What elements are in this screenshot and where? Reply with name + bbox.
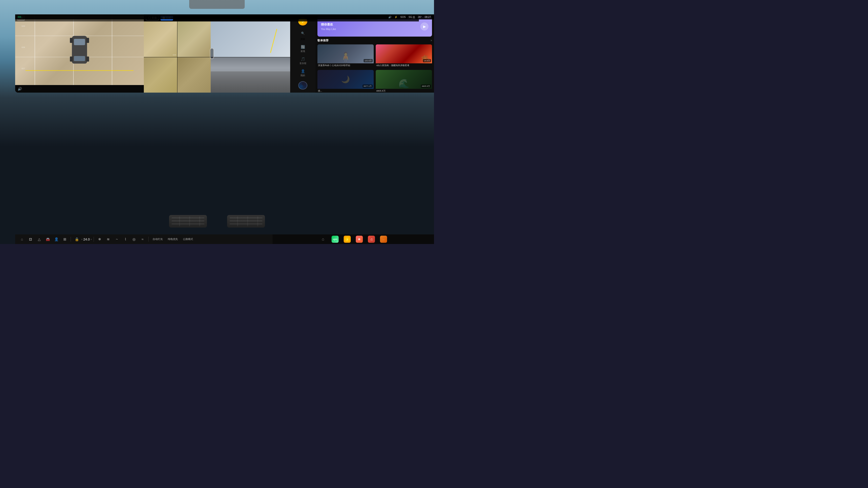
- my-nav-item[interactable]: 👤 我的: [301, 69, 305, 77]
- playlist-card-1-img: 🧍 121.6万: [317, 44, 374, 63]
- birds-eye-view: 029 028 027: [15, 14, 144, 85]
- birds-eye-background: 029 028 027: [15, 14, 144, 85]
- time-display: 08:27: [425, 16, 431, 19]
- navigation-button[interactable]: △: [35, 236, 43, 243]
- playlist-title-4: 4805.9万: [376, 89, 432, 93]
- seat-heat-button[interactable]: ≋: [104, 236, 112, 243]
- volume-button[interactable]: 🔊: [18, 87, 22, 91]
- temperature-display: 26°: [418, 16, 422, 19]
- camera-cell-top-right: [177, 22, 211, 57]
- parking-label-3: 027: [22, 67, 25, 70]
- discover-nav-item[interactable]: 🔄 发现: [301, 45, 305, 53]
- iqiyi-label: iQIYI: [333, 239, 337, 240]
- music-hall-label: 音乐馆: [300, 62, 306, 65]
- music-disc[interactable]: [298, 81, 307, 90]
- app-netease2-button[interactable]: ♫: [368, 236, 375, 243]
- playlist-more-button[interactable]: >: [431, 39, 432, 42]
- playlist-count-2: 14.6万: [423, 59, 431, 62]
- camera-button[interactable]: ⊡: [27, 236, 34, 243]
- playlist-card-2-img: 🌴 14.6万: [376, 44, 432, 63]
- rear-defrost-button[interactable]: ~: [113, 236, 121, 243]
- temp-decrease-button[interactable]: ‹: [82, 238, 82, 241]
- panel-drag-handle[interactable]: [210, 47, 215, 60]
- user-button[interactable]: 👤: [53, 236, 60, 243]
- dashboard-vents: [169, 211, 265, 232]
- road-mode-button[interactable]: 公路模式: [181, 237, 195, 242]
- four-camera-grid: 029: [144, 22, 211, 93]
- network-label: 5G: [409, 16, 412, 19]
- parking-label-2: 028: [22, 46, 25, 49]
- playlist-card-4[interactable]: 🌊 4805.9万 4805.9万: [376, 70, 432, 93]
- wiper-button[interactable]: ⌇: [122, 236, 129, 243]
- kugou-label: 酷: [358, 238, 360, 241]
- playlist-title-2: r&b入夜指南：微醺海风亲吻星滩: [376, 63, 432, 68]
- car-control-button[interactable]: 🚘: [44, 236, 52, 243]
- camera-cell-bottom-right: [177, 57, 211, 93]
- bluetooth-icon: ⚡: [394, 16, 397, 19]
- left-vent: [169, 215, 207, 227]
- electric-priority-button[interactable]: 纯电优先: [166, 237, 180, 242]
- featured-subtitle: You May Like: [321, 28, 336, 31]
- left-status-bar: :00:: [15, 14, 144, 20]
- app-netease-button[interactable]: ♪: [344, 236, 351, 243]
- sound-icon: 🔊: [388, 16, 391, 19]
- network-status: 5G |||: [409, 16, 415, 19]
- camera-bottom-bar: 🔊: [15, 85, 144, 93]
- search-nav-item[interactable]: 🔍 搜索: [299, 30, 307, 41]
- discover-label: 发现: [301, 50, 305, 53]
- driving-mode-icon[interactable]: ≈: [139, 236, 146, 243]
- auto-lights-button[interactable]: 自动灯光: [151, 237, 165, 242]
- bottom-app-bar: ⌂ iQIYI ♪ 酷 ♫ …: [273, 235, 434, 244]
- apps-button[interactable]: ⊞: [61, 236, 69, 243]
- search-nav-label: 搜索: [301, 38, 305, 41]
- steering-button[interactable]: ◎: [130, 236, 138, 243]
- right-vent: [227, 215, 265, 227]
- playlist-card-3-img: 🌙 3977.1万: [317, 70, 374, 89]
- playlist-count-1: 121.6万: [364, 59, 373, 62]
- playlist-title-1: 浪漫系R&B丨心动从0分0秒开始: [317, 63, 374, 68]
- birds-eye-camera-panel: 360: [15, 14, 144, 93]
- discover-icon: 🔄: [301, 45, 305, 49]
- featured-text: 猜你喜欢 You May Like: [321, 23, 336, 31]
- sound-status: 🔊: [388, 16, 391, 19]
- app-home-button[interactable]: ⌂: [319, 236, 327, 243]
- music-hall-nav-item[interactable]: 🎵 音乐馆: [300, 57, 306, 65]
- my-label: 我的: [301, 74, 305, 77]
- right-music-panel: ♪ 🔍 搜索 🔄 发现 🎵 音乐馆 👤 我的: [290, 14, 434, 93]
- status-left: :00:: [17, 16, 22, 18]
- playlist-count-3: 3977.1万: [363, 85, 373, 88]
- app-kugou-button[interactable]: 酷: [356, 236, 363, 243]
- playlist-card-1[interactable]: 🧍 121.6万 浪漫系R&B丨心动从0分0秒开始: [317, 44, 374, 68]
- ac-button[interactable]: ❄: [96, 236, 103, 243]
- app-more-button[interactable]: …: [380, 236, 387, 243]
- sos-label: SOS: [400, 16, 406, 19]
- search-nav-icon: 🔍: [299, 30, 307, 37]
- temp-increase-button[interactable]: ›: [91, 238, 92, 241]
- toolbar-divider-3: [148, 237, 149, 242]
- music-main-content: 猜你喜欢 You May Like ▶ 歌单推荐 > 🧍 121.6万 浪漫系R…: [315, 14, 434, 93]
- temp-value: 24.0: [83, 238, 90, 241]
- playlist-card-4-img: 🌊 4805.9万: [376, 70, 432, 89]
- toolbar-divider-2: [94, 237, 94, 242]
- lock-button[interactable]: 🔒: [73, 236, 81, 243]
- app-iqiyi-button[interactable]: iQIYI: [332, 236, 339, 243]
- featured-title: 猜你喜欢: [321, 23, 336, 27]
- play-button[interactable]: ▶: [421, 23, 429, 31]
- home-button[interactable]: ⌂: [18, 236, 26, 243]
- playlist-section-title: 歌单推荐: [317, 39, 329, 42]
- camera-cell-top-left: 029: [144, 22, 177, 57]
- playlist-card-3[interactable]: 🌙 3977.1万 揽...: [317, 70, 374, 93]
- speaker-grille: [189, 0, 245, 9]
- four-camera-panel: 常规 轮毂 029: [144, 14, 211, 93]
- playlist-title-3: 揽...: [317, 89, 374, 93]
- playlist-card-2[interactable]: 🌴 14.6万 r&b入夜指南：微醺海风亲吻星滩: [376, 44, 432, 68]
- playlist-count-4: 4805.9万: [421, 85, 431, 88]
- car-topdown-view: [72, 36, 87, 64]
- bluetooth-status: ⚡: [394, 16, 397, 19]
- recording-time: :00:: [17, 16, 22, 18]
- playlist-header: 歌单推荐 >: [317, 39, 432, 42]
- signal-bars: |||: [413, 16, 415, 19]
- drag-handle-inner: [210, 48, 214, 59]
- music-sidebar: ♪ 🔍 搜索 🔄 发现 🎵 音乐馆 👤 我的: [290, 14, 315, 93]
- camera-cell-bottom-left: [144, 57, 177, 93]
